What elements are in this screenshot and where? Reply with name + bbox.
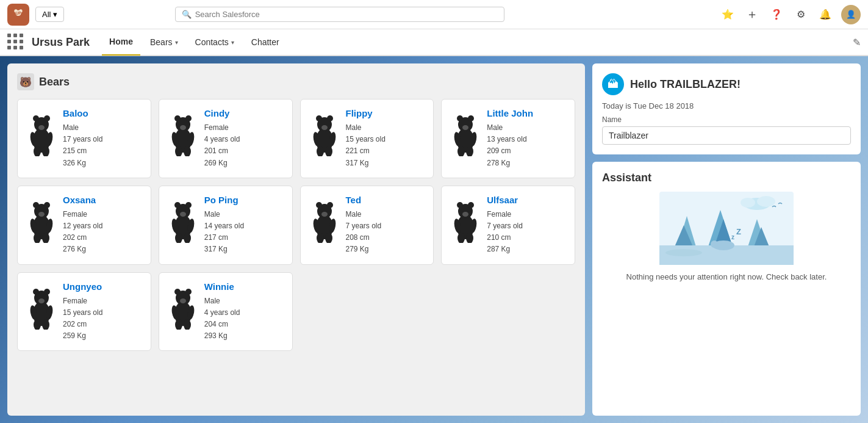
svg-point-36: [462, 125, 468, 130]
greeting-name-label: Name: [602, 115, 851, 124]
bear-card[interactable]: Oxsana Female 12 years old 202 cm 276 Kg: [17, 186, 151, 265]
bear-detail: Male 13 years old 209 cm 278 Kg: [487, 122, 566, 169]
bear-detail: Male 15 years old 221 cm 317 Kg: [346, 122, 425, 169]
bear-name[interactable]: Ungnyeo: [63, 281, 142, 292]
topbar-right: ⭐ ＋ ❓ ⚙ 🔔 👤: [719, 5, 861, 24]
bear-detail: Female 15 years old 202 cm 259 Kg: [63, 295, 142, 342]
svg-point-97: [757, 196, 775, 207]
bear-name[interactable]: Baloo: [63, 108, 142, 118]
bear-silhouette: [168, 195, 198, 244]
assistant-title: Assistant: [602, 172, 851, 184]
bear-name[interactable]: Ulfsaar: [487, 195, 566, 205]
bear-name[interactable]: Cindy: [204, 108, 284, 118]
avatar[interactable]: 👤: [841, 5, 861, 24]
svg-point-35: [468, 115, 474, 121]
search-filter[interactable]: All ▾: [35, 7, 64, 22]
nav-contacts-label: Contacts: [195, 37, 229, 47]
bear-detail: Male 7 years old 208 cm 279 Kg: [346, 209, 425, 256]
bear-card[interactable]: Ulfsaar Female 7 years old 210 cm 287 Kg: [441, 186, 575, 265]
bear-card[interactable]: Little John Male 13 years old 209 cm 278…: [441, 99, 575, 178]
bears-panel-title: 🐻 Bears: [17, 73, 575, 90]
bear-silhouette: [450, 195, 481, 244]
svg-point-52: [174, 202, 181, 208]
greeting-header: 🏔 Hello TRAILBLAZER!: [602, 73, 851, 95]
svg-text:z: z: [731, 234, 734, 240]
notifications-icon[interactable]: 🔔: [817, 6, 834, 23]
svg-point-62: [327, 202, 333, 208]
svg-point-17: [185, 115, 192, 121]
svg-point-26: [327, 115, 333, 121]
bear-name[interactable]: Ted: [346, 195, 425, 205]
bear-detail: Male 14 years old 217 cm 317 Kg: [204, 209, 284, 256]
bear-info: Oxsana Female 12 years old 202 cm 276 Kg: [63, 195, 142, 256]
svg-point-44: [44, 202, 50, 208]
svg-point-90: [180, 298, 186, 303]
svg-point-79: [33, 289, 39, 295]
bear-detail: Male 17 years old 215 cm 326 Kg: [63, 122, 142, 169]
setup-icon[interactable]: ⚙: [792, 6, 809, 23]
nav-item-chatter[interactable]: Chatter: [244, 29, 287, 56]
nav-edit-icon[interactable]: ✎: [853, 37, 861, 48]
main-layout: 🐻 Bears Baloo Male 17 years old 215 cm: [0, 56, 868, 423]
chevron-down-icon: ▾: [53, 10, 57, 19]
bear-silhouette: [450, 108, 481, 157]
bears-grid: Baloo Male 17 years old 215 cm 326 Kg: [17, 99, 575, 351]
bear-info: Ungnyeo Female 15 years old 202 cm 259 K…: [63, 281, 142, 342]
search-input[interactable]: [195, 10, 498, 19]
svg-point-53: [185, 202, 192, 208]
bear-card[interactable]: Baloo Male 17 years old 215 cm 326 Kg: [17, 99, 151, 178]
bear-info: Po Ping Male 14 years old 217 cm 317 Kg: [204, 195, 284, 256]
svg-point-63: [321, 212, 328, 217]
add-icon[interactable]: ＋: [744, 6, 761, 23]
bear-card[interactable]: Winnie Male 4 years old 204 cm 293 Kg: [159, 272, 293, 352]
greeting-name-input[interactable]: [602, 126, 851, 145]
bear-name[interactable]: Little John: [487, 108, 566, 118]
assistant-message: Nothing needs your attention right now. …: [602, 272, 851, 281]
bear-title-icon: 🐻: [17, 73, 34, 90]
trailhead-icon: 🏔: [602, 73, 624, 95]
bear-info: Baloo Male 17 years old 215 cm 326 Kg: [63, 108, 142, 169]
bear-info: Ted Male 7 years old 208 cm 279 Kg: [346, 195, 425, 256]
bear-name[interactable]: Winnie: [204, 281, 284, 292]
app-logo[interactable]: UP: [7, 4, 29, 26]
bear-info: Cindy Female 4 years old 201 cm 269 Kg: [204, 108, 284, 169]
bear-silhouette: [26, 195, 57, 244]
bear-card[interactable]: Ungnyeo Female 15 years old 202 cm 259 K…: [17, 272, 151, 352]
nav-item-contacts[interactable]: Contacts ▾: [188, 29, 242, 56]
greeting-date: Today is Tue Dec 18 2018: [602, 101, 851, 110]
bear-detail: Female 4 years old 201 cm 269 Kg: [204, 122, 284, 169]
navbar: Ursus Park Home Bears ▾ Contacts ▾ Chatt…: [0, 29, 868, 56]
bear-silhouette: [168, 108, 198, 157]
right-panel: 🏔 Hello TRAILBLAZER! Today is Tue Dec 18…: [592, 63, 861, 416]
bear-card[interactable]: Po Ping Male 14 years old 217 cm 317 Kg: [159, 186, 293, 265]
bear-card[interactable]: Flippy Male 15 years old 221 cm 317 Kg: [300, 99, 434, 178]
svg-point-27: [321, 125, 328, 130]
bear-name[interactable]: Po Ping: [204, 195, 284, 205]
bear-card[interactable]: Ted Male 7 years old 208 cm 279 Kg: [300, 186, 434, 265]
favorites-icon[interactable]: ⭐: [719, 6, 736, 23]
nav-home-label: Home: [109, 37, 133, 46]
nav-item-home[interactable]: Home: [102, 29, 140, 56]
help-icon[interactable]: ❓: [768, 6, 785, 23]
bear-silhouette: [309, 108, 340, 157]
bear-info: Little John Male 13 years old 209 cm 278…: [487, 108, 566, 169]
bear-detail: Female 7 years old 210 cm 287 Kg: [487, 209, 566, 256]
svg-point-7: [33, 115, 39, 121]
nav-item-bears[interactable]: Bears ▾: [143, 29, 185, 56]
bear-name[interactable]: Flippy: [346, 108, 425, 118]
filter-label: All: [42, 10, 51, 19]
chevron-down-icon: ▾: [175, 39, 178, 46]
svg-point-71: [468, 202, 474, 208]
bear-info: Winnie Male 4 years old 204 cm 293 Kg: [204, 281, 284, 342]
nav-bears-label: Bears: [150, 37, 173, 47]
bear-card[interactable]: Cindy Female 4 years old 201 cm 269 Kg: [159, 99, 293, 178]
svg-point-110: [665, 249, 702, 256]
svg-point-98: [741, 198, 755, 208]
app-launcher[interactable]: [7, 34, 24, 51]
nav-chatter-label: Chatter: [251, 37, 279, 47]
greeting-title: Hello TRAILBLAZER!: [630, 78, 741, 91]
assistant-illustration: z Z: [602, 192, 851, 265]
bear-name[interactable]: Oxsana: [63, 195, 142, 205]
bear-silhouette: [309, 195, 340, 244]
search-bar[interactable]: 🔍: [175, 7, 504, 22]
